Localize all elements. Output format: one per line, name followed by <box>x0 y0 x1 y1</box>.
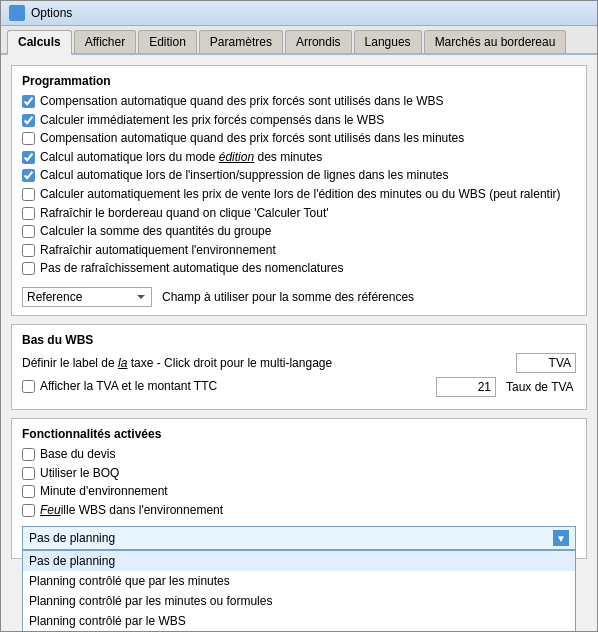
list-item: Pas de rafraîchissement automatique des … <box>22 261 576 277</box>
tax-definition-row: Définir le label de la taxe - Click droi… <box>22 353 576 373</box>
tax-rate-row: Afficher la TVA et le montant TTC Taux d… <box>22 377 576 397</box>
programmation-section: Programmation Compensation automatique q… <box>11 65 587 316</box>
checkbox-label-cb5: Calcul automatique lors de l'insertion/s… <box>40 168 449 184</box>
list-item: Calculer automatiquement les prix de ven… <box>22 187 576 203</box>
checkbox-label-cb8: Calculer la somme des quantités du group… <box>40 224 271 240</box>
planning-option-3[interactable]: Planning contrôlé par le WBS <box>23 611 575 631</box>
tab-afficher[interactable]: Afficher <box>74 30 136 53</box>
checkbox-label-fcb1: Base du devis <box>40 447 115 463</box>
checkbox-fcb3[interactable] <box>22 485 35 498</box>
list-item: Compensation automatique quand des prix … <box>22 131 576 147</box>
tab-content: Programmation Compensation automatique q… <box>1 55 597 631</box>
tax-value-input[interactable] <box>516 353 576 373</box>
checkbox-label-cb4: Calcul automatique lors du mode édition … <box>40 150 322 166</box>
checkbox-label-fcb4: Feuille WBS dans l'environnement <box>40 503 223 519</box>
checkbox-label-cb1: Compensation automatique quand des prix … <box>40 94 444 110</box>
checkbox-label-cb7: Rafraîchir le bordereau quand on clique … <box>40 206 329 222</box>
list-item: Calcul automatique lors de l'insertion/s… <box>22 168 576 184</box>
list-item: Base du devis <box>22 447 576 463</box>
tab-marches[interactable]: Marchés au bordereau <box>424 30 567 53</box>
window-icon <box>9 5 25 21</box>
fonctionnalites-section: Fonctionnalités activées Base du devis U… <box>11 418 587 559</box>
checkbox-cb1[interactable] <box>22 95 35 108</box>
checkbox-label-cb6: Calculer automatiquement les prix de ven… <box>40 187 561 203</box>
tax-rate-input[interactable] <box>436 377 496 397</box>
planning-dropdown-menu: Pas de planning Planning contrôlé que pa… <box>22 550 576 631</box>
checkbox-cb10[interactable] <box>22 262 35 275</box>
checkbox-label-cb9: Rafraîchir automatiquement l'environneme… <box>40 243 276 259</box>
list-item: Feuille WBS dans l'environnement <box>22 503 576 519</box>
programmation-header: Programmation <box>22 74 576 88</box>
tab-calculs[interactable]: Calculs <box>7 30 72 55</box>
checkbox-fcb2[interactable] <box>22 467 35 480</box>
list-item: Utiliser le BOQ <box>22 466 576 482</box>
list-item: Minute d'environnement <box>22 484 576 500</box>
bas-du-wbs-header: Bas du WBS <box>22 333 576 347</box>
checkbox-fcb1[interactable] <box>22 448 35 461</box>
ttc-label: Afficher la TVA et le montant TTC <box>40 379 217 395</box>
list-item: Calcul automatique lors du mode édition … <box>22 150 576 166</box>
planning-dropdown-arrow: ▼ <box>553 530 569 546</box>
planning-dropdown-wrap: Pas de planning ▼ Pas de planning Planni… <box>22 526 576 550</box>
bas-du-wbs-section: Bas du WBS Définir le label de la taxe -… <box>11 324 587 410</box>
tab-edition[interactable]: Edition <box>138 30 197 53</box>
planning-option-1[interactable]: Planning contrôlé que par les minutes <box>23 571 575 591</box>
checkbox-fcb4[interactable] <box>22 504 35 517</box>
checkbox-label-fcb3: Minute d'environnement <box>40 484 168 500</box>
planning-option-0[interactable]: Pas de planning <box>23 551 575 571</box>
tabs-bar: Calculs Afficher Edition Paramètres Arro… <box>1 26 597 55</box>
checkbox-cb6[interactable] <box>22 188 35 201</box>
tab-langues[interactable]: Langues <box>354 30 422 53</box>
reference-dropdown[interactable]: Reference <box>22 287 152 307</box>
checkbox-label-cb10: Pas de rafraîchissement automatique des … <box>40 261 344 277</box>
list-item: Calculer la somme des quantités du group… <box>22 224 576 240</box>
tax-rate-unit-label: Taux de TVA <box>506 380 576 394</box>
checkbox-label-fcb2: Utiliser le BOQ <box>40 466 119 482</box>
planning-selected-value: Pas de planning <box>29 531 553 545</box>
window-title: Options <box>31 6 72 20</box>
titlebar: Options <box>1 1 597 26</box>
checkbox-cb8[interactable] <box>22 225 35 238</box>
checkbox-cb3[interactable] <box>22 132 35 145</box>
checkbox-cb4[interactable] <box>22 151 35 164</box>
fonctionnalites-header: Fonctionnalités activées <box>22 427 576 441</box>
tax-definition-label: Définir le label de la taxe - Click droi… <box>22 356 506 370</box>
checkbox-cb5[interactable] <box>22 169 35 182</box>
list-item: Rafraîchir le bordereau quand on clique … <box>22 206 576 222</box>
planning-option-2[interactable]: Planning contrôlé par les minutes ou for… <box>23 591 575 611</box>
list-item: Compensation automatique quand des prix … <box>22 94 576 110</box>
reference-hint: Champ à utiliser pour la somme des référ… <box>162 290 414 304</box>
checkbox-cb9[interactable] <box>22 244 35 257</box>
ttc-checkbox[interactable] <box>22 380 35 393</box>
checkbox-cb2[interactable] <box>22 114 35 127</box>
list-item: Rafraîchir automatiquement l'environneme… <box>22 243 576 259</box>
ttc-checkbox-row: Afficher la TVA et le montant TTC <box>22 379 426 395</box>
checkbox-label-cb2: Calculer immédiatement les prix forcés c… <box>40 113 384 129</box>
checkbox-label-cb3: Compensation automatique quand des prix … <box>40 131 464 147</box>
tab-parametres[interactable]: Paramètres <box>199 30 283 53</box>
reference-row: Reference Champ à utiliser pour la somme… <box>22 283 576 307</box>
checkbox-cb7[interactable] <box>22 207 35 220</box>
tab-arrondis[interactable]: Arrondis <box>285 30 352 53</box>
options-window: Options Calculs Afficher Edition Paramèt… <box>0 0 598 632</box>
list-item: Calculer immédiatement les prix forcés c… <box>22 113 576 129</box>
planning-select-display[interactable]: Pas de planning ▼ <box>22 526 576 550</box>
